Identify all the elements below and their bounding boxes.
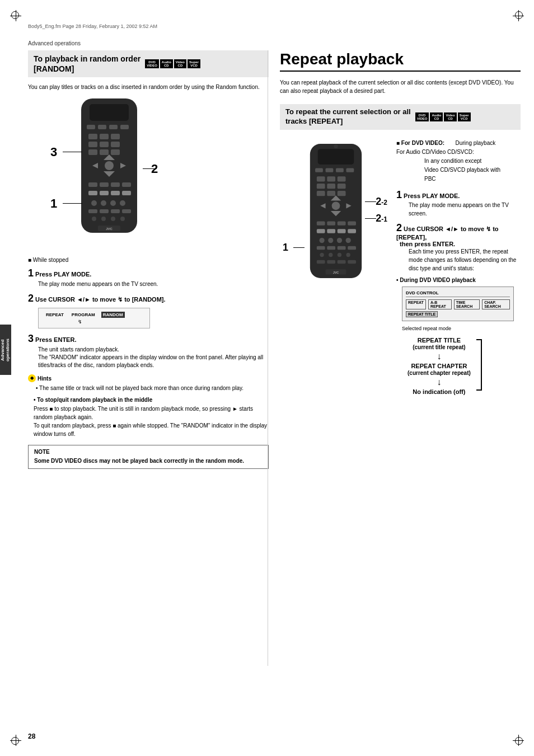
svg-rect-24 (88, 191, 97, 195)
step-2-num: 2 (28, 293, 34, 304)
repeat-subsection-box: To repeat the current selection or alltr… (280, 104, 521, 130)
svg-point-19 (105, 161, 114, 170)
main-title: Repeat playback (280, 50, 521, 72)
cursor-indicator: ↯ (78, 319, 144, 325)
audio-cd-icon: AudioCD (160, 59, 173, 68)
step-2-left: 2 Use CURSOR ◄/► to move ↯ to [RANDOM]. … (28, 293, 269, 328)
svg-rect-84 (327, 260, 335, 263)
section-header: Advanced operations (28, 40, 81, 46)
right-step-2-sub: Each time you press ENTER, the repeat mo… (409, 247, 521, 273)
svcd-icon: SuperVCD (188, 59, 200, 68)
repeat-disc-icons: DVDVIDEO AudioCD VideoCD SuperVCD (415, 112, 471, 121)
right-step-2-num: 2 (396, 222, 402, 233)
step-1-num: 1 (28, 267, 34, 279)
svg-rect-63 (317, 221, 325, 225)
right-text-content: ■ For DVD VIDEO: During playback For Aud… (392, 135, 521, 395)
svg-text:JVC: JVC (333, 270, 339, 274)
step-1-text: Press PLAY MODE. (35, 271, 91, 278)
for-dvd-note: ■ For DVD VIDEO: During playback For Aud… (396, 139, 521, 184)
svg-rect-43 (318, 149, 354, 165)
svg-rect-70 (348, 229, 356, 233)
repeat-video-icon: VideoCD (444, 112, 456, 121)
dvd-control-row: REPEAT A-B REPEAT TIME SEARCH CHAP. SEAR… (406, 299, 510, 309)
hints-text-label: Hints (38, 375, 51, 382)
stop-quit-text: Press ■ to stop playback. The unit is st… (34, 405, 269, 438)
svg-rect-6 (88, 134, 97, 139)
svg-rect-34 (111, 209, 120, 213)
during-dvd-label: • During DVD VIDEO playback (396, 277, 521, 283)
svg-rect-75 (317, 246, 325, 250)
svg-rect-27 (122, 191, 131, 195)
svg-point-74 (346, 238, 351, 243)
remote-left: JVC (73, 96, 146, 236)
dvd-control-title: DVD CONTROL (406, 290, 510, 297)
svg-rect-11 (111, 142, 120, 147)
random-intro: You can play titles or tracks on a disc … (28, 83, 269, 91)
svg-rect-25 (100, 191, 109, 195)
step-1-left: 1 Press PLAY MODE. The play mode menu ap… (28, 267, 269, 288)
right-step-1-text: Press PLAY MODE. (404, 192, 460, 199)
svg-rect-10 (100, 142, 109, 147)
svg-rect-45 (315, 168, 323, 172)
svg-point-72 (328, 238, 333, 243)
svg-rect-66 (348, 221, 356, 225)
dvd-option-ab: A-B REPEAT (428, 299, 452, 309)
dvd-option-time: TIME SEARCH (454, 299, 480, 309)
repeat-svcd-icon: SuperVCD (458, 112, 471, 121)
page-number: 28 (28, 732, 35, 740)
svg-point-38 (111, 217, 115, 221)
svg-rect-32 (88, 209, 97, 213)
svg-rect-8 (111, 134, 120, 139)
svg-rect-22 (111, 182, 120, 187)
program-option: PROGRAM (70, 312, 97, 318)
svg-rect-77 (338, 246, 346, 250)
right-step-1-sub: The play mode menu appears on the TV scr… (409, 201, 521, 218)
svg-rect-21 (100, 182, 109, 187)
repeat-audio-icon: AudioCD (430, 112, 443, 121)
hints-icon: ◆ (28, 374, 36, 382)
svg-rect-3 (98, 125, 106, 129)
right-step-2-text: Use CURSOR ◄/► to move ↯ to [REPEAT], th… (396, 226, 499, 247)
svg-rect-49 (317, 176, 325, 181)
svg-rect-53 (327, 184, 335, 189)
svg-point-82 (346, 253, 350, 257)
sidebar-tab-label: Advancedoperations (1, 339, 11, 361)
corner-circle-br (515, 737, 523, 745)
svg-point-80 (329, 253, 332, 257)
repeat-chapter-flow: REPEAT CHAPTER (current chapter repeat) (407, 363, 471, 376)
svg-rect-23 (122, 182, 131, 187)
svg-rect-20 (88, 182, 97, 187)
display-screen: REPEAT PROGRAM RANDOM ↯ (38, 308, 150, 328)
stop-quit-title: • To stop/quit random playback in the mi… (34, 397, 269, 403)
svg-point-37 (101, 217, 106, 221)
corner-circle-tl (11, 11, 19, 19)
hints-box: ◆ Hints • The same title or track will n… (28, 374, 269, 392)
svg-rect-9 (88, 142, 97, 147)
svg-rect-4 (109, 125, 118, 129)
svg-point-29 (101, 200, 106, 206)
svg-rect-14 (111, 149, 120, 155)
remote-right: JVC (302, 135, 369, 287)
svg-rect-68 (327, 229, 335, 233)
repeat-flow-with-bracket: REPEAT TITLE (current title repeat) ↓ RE… (407, 337, 521, 395)
dvd-control-screen: DVD CONTROL REPEAT A-B REPEAT TIME SEARC… (402, 287, 514, 321)
hints-label: ◆ Hints (28, 374, 51, 382)
svg-rect-33 (100, 209, 109, 213)
svg-rect-55 (317, 191, 325, 196)
dvd-option-repeat: REPEAT (406, 299, 426, 309)
step-3-text: Press ENTER. (35, 336, 76, 343)
random-option: RANDOM (101, 312, 125, 318)
left-steps: 1 Press PLAY MODE. The play mode menu ap… (28, 267, 269, 369)
arrow-1: ↓ (407, 351, 471, 361)
step-1-sub: The play mode menu appears on the TV scr… (38, 280, 269, 288)
svg-point-73 (337, 238, 342, 243)
step-label-2: 2 (151, 162, 158, 176)
note-text: Some DVD VIDEO discs may not be played b… (34, 457, 263, 465)
step-3-sub: The unit starts random playback.The "RAN… (38, 346, 269, 369)
svg-point-30 (110, 200, 116, 206)
svg-point-36 (92, 217, 96, 221)
svg-point-79 (320, 253, 324, 257)
svg-point-44 (334, 144, 338, 148)
svg-rect-12 (88, 149, 97, 155)
video-cd-icon: VideoCD (174, 59, 186, 68)
